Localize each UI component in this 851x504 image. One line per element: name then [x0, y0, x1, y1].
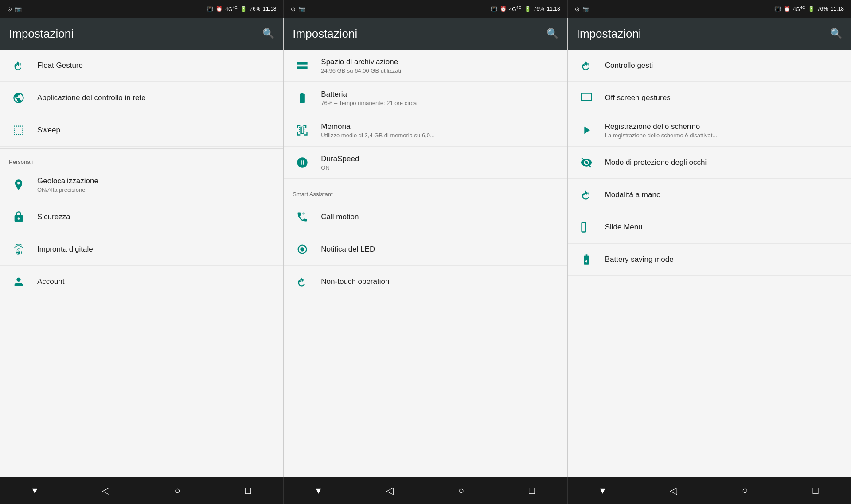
- svg-rect-6: [582, 223, 585, 232]
- battery-text: Batteria 76% – Tempo rimanente: 21 ore c…: [321, 90, 558, 106]
- nav-dropdown-1[interactable]: ▾: [23, 481, 46, 500]
- panel-right-title: Impostazioni: [577, 27, 641, 41]
- battery-icon-3: 🔋: [808, 6, 815, 12]
- alarm-icon-3: ⏰: [784, 6, 790, 12]
- record-screen-icon: [577, 120, 596, 140]
- fingerprint-item[interactable]: Impronta digitale: [0, 233, 283, 266]
- battery-saving-item[interactable]: Battery saving mode: [568, 244, 851, 276]
- nav-home-1[interactable]: ○: [165, 481, 189, 500]
- slide-menu-icon: [577, 217, 596, 237]
- sweep-icon: [9, 120, 28, 140]
- screen-recording-text: Registrazione dello schermo La registraz…: [605, 122, 842, 139]
- panel-middle: Impostazioni 🔍 Spazio di archiviazione 2…: [284, 18, 567, 477]
- float-gesture-text: Float Gesture: [37, 61, 274, 70]
- nav-dropdown-3[interactable]: ▾: [591, 481, 614, 500]
- non-touch-text: Non-touch operation: [321, 277, 558, 286]
- panel-left: Impostazioni 🔍 Float Gesture Applicazion…: [0, 18, 284, 477]
- svg-point-0: [305, 63, 307, 65]
- gesture-control-text: Controllo gesti: [605, 61, 842, 70]
- nav-panel-2: ▾ ◁ ○ □: [284, 477, 567, 504]
- nav-back-1[interactable]: ◁: [93, 481, 118, 500]
- battery-icon-1: 🔋: [240, 6, 247, 12]
- battery-saving-icon: [577, 250, 596, 269]
- call-motion-icon: [293, 207, 312, 227]
- panel-right-list: Controllo gesti Off screen gestures Regi…: [568, 50, 851, 477]
- memory-item[interactable]: Memoria Utilizzo medio di 3,4 GB di memo…: [284, 114, 567, 147]
- panel-middle-list: Spazio di archiviazione 24,96 GB su 64,0…: [284, 50, 567, 477]
- eye-protection-icon: [577, 153, 596, 172]
- nav-back-2[interactable]: ◁: [377, 481, 402, 500]
- time-2: 11:18: [547, 6, 560, 12]
- screen-recording-subtitle: La registrazione dello schermo è disatti…: [605, 132, 842, 139]
- svg-rect-4: [581, 93, 591, 101]
- android-icon-2: ⊙: [291, 6, 296, 12]
- nav-home-3[interactable]: ○: [733, 481, 757, 500]
- call-motion-title: Call motion: [321, 213, 558, 221]
- float-gesture-icon: [9, 56, 28, 75]
- slide-menu-item[interactable]: Slide Menu: [568, 211, 851, 244]
- one-hand-mode-item[interactable]: Modalità a mano: [568, 179, 851, 211]
- sweep-item[interactable]: Sweep: [0, 114, 283, 147]
- eye-protection-item[interactable]: Modo di protezione degli occhi: [568, 147, 851, 179]
- sweep-text: Sweep: [37, 126, 274, 135]
- float-gesture-item[interactable]: Float Gesture: [0, 50, 283, 82]
- time-3: 11:18: [831, 6, 844, 12]
- duraspeed-item[interactable]: DuraSpeed ON: [284, 147, 567, 179]
- duraspeed-icon: [293, 153, 312, 172]
- memory-title: Memoria: [321, 122, 558, 131]
- screen-recording-item[interactable]: Registrazione dello schermo La registraz…: [568, 114, 851, 147]
- led-notification-item[interactable]: Notifica del LED: [284, 233, 567, 266]
- alarm-icon-1: ⏰: [216, 6, 223, 12]
- security-item[interactable]: Sicurezza: [0, 201, 283, 233]
- status-left-1: ⊙ 📷: [7, 6, 22, 12]
- one-hand-mode-text: Modalità a mano: [605, 190, 842, 199]
- status-right-3: 📳 ⏰ 4G4G 🔋 76% 11:18: [774, 5, 844, 12]
- gesture-control-item[interactable]: Controllo gesti: [568, 50, 851, 82]
- network-1: 4G4G: [225, 5, 238, 12]
- nav-recents-2[interactable]: □: [520, 481, 543, 500]
- led-notification-title: Notifica del LED: [321, 245, 558, 254]
- nav-recents-1[interactable]: □: [236, 481, 260, 500]
- non-touch-item[interactable]: Non-touch operation: [284, 266, 567, 298]
- panel-right-search-button[interactable]: 🔍: [830, 28, 842, 39]
- app-control-net-text: Applicazione del controllo in rete: [37, 93, 274, 102]
- time-1: 11:18: [263, 6, 276, 12]
- call-motion-item[interactable]: Call motion: [284, 201, 567, 233]
- vibrate-icon-1: 📳: [207, 6, 213, 12]
- battery-saving-title: Battery saving mode: [605, 255, 842, 264]
- nav-dropdown-2[interactable]: ▾: [307, 481, 330, 500]
- geolocation-item[interactable]: Geolocalizzazione ON/Alta precisione: [0, 169, 283, 201]
- nav-recents-3[interactable]: □: [804, 481, 828, 500]
- sweep-title: Sweep: [37, 126, 274, 135]
- eye-protection-text: Modo di protezione degli occhi: [605, 158, 842, 167]
- eye-protection-title: Modo di protezione degli occhi: [605, 158, 842, 167]
- panel-middle-header: Impostazioni 🔍: [284, 18, 567, 50]
- one-hand-mode-title: Modalità a mano: [605, 190, 842, 199]
- app-control-net-title: Applicazione del controllo in rete: [37, 93, 274, 102]
- android-icon-3: ⊙: [575, 6, 580, 12]
- account-item[interactable]: Account: [0, 266, 283, 298]
- gesture-control-title: Controllo gesti: [605, 61, 842, 70]
- nav-back-3[interactable]: ◁: [661, 481, 686, 500]
- off-screen-item[interactable]: Off screen gestures: [568, 82, 851, 114]
- panel-left-search-button[interactable]: 🔍: [262, 28, 274, 39]
- off-screen-text: Off screen gestures: [605, 93, 842, 102]
- app-control-net-item[interactable]: Applicazione del controllo in rete: [0, 82, 283, 114]
- battery-item[interactable]: Batteria 76% – Tempo rimanente: 21 ore c…: [284, 82, 567, 114]
- slide-menu-text: Slide Menu: [605, 223, 842, 232]
- location-icon: [9, 175, 28, 194]
- panel-middle-search-button[interactable]: 🔍: [547, 28, 558, 39]
- nav-home-2[interactable]: ○: [449, 481, 473, 500]
- panel-middle-title: Impostazioni: [293, 27, 357, 41]
- off-screen-icon: [577, 88, 596, 108]
- storage-item[interactable]: Spazio di archiviazione 24,96 GB su 64,0…: [284, 50, 567, 82]
- panel-right-header: Impostazioni 🔍: [568, 18, 851, 50]
- storage-title: Spazio di archiviazione: [321, 58, 558, 66]
- status-right-1: 📳 ⏰ 4G4G 🔋 76% 11:18: [207, 5, 276, 12]
- nav-bar: ▾ ◁ ○ □ ▾ ◁ ○ □ ▾ ◁ ○ □: [0, 477, 851, 504]
- hand-icon: [577, 185, 596, 205]
- panel-right: Impostazioni 🔍 Controllo gesti Off scree…: [568, 18, 851, 477]
- float-gesture-title: Float Gesture: [37, 61, 274, 70]
- storage-subtitle: 24,96 GB su 64,00 GB utilizzati: [321, 67, 558, 74]
- slide-menu-title: Slide Menu: [605, 223, 842, 232]
